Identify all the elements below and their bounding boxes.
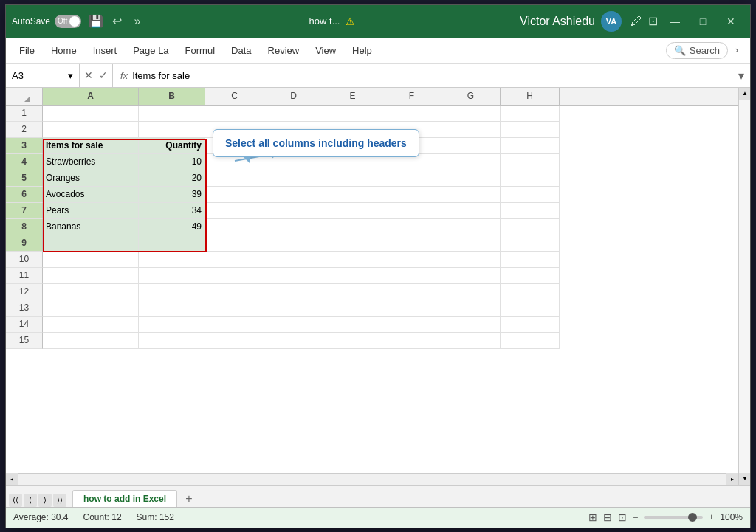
cell-h8[interactable] <box>501 219 560 235</box>
row-header-14[interactable]: 14 <box>6 317 43 333</box>
cell-g4[interactable] <box>441 154 501 170</box>
cell-f10[interactable] <box>382 252 441 268</box>
col-header-f[interactable]: F <box>382 88 441 105</box>
menu-file[interactable]: File <box>12 42 42 59</box>
zoom-minus-icon[interactable]: − <box>633 512 638 522</box>
menu-page-layout[interactable]: Page La <box>126 42 176 59</box>
cell-b11[interactable] <box>139 268 205 284</box>
cell-g6[interactable] <box>441 187 501 203</box>
menu-insert[interactable]: Insert <box>86 42 125 59</box>
cell-f11[interactable] <box>382 268 441 284</box>
col-header-g[interactable]: G <box>441 88 501 105</box>
cell-b14[interactable] <box>139 317 205 333</box>
cell-f15[interactable] <box>382 333 441 349</box>
cell-f13[interactable] <box>382 300 441 317</box>
cell-d6[interactable] <box>264 187 323 203</box>
cell-f6[interactable] <box>382 187 441 203</box>
page-view-icon[interactable]: ⊟ <box>603 511 612 523</box>
cell-d15[interactable] <box>264 333 323 349</box>
cell-g5[interactable] <box>441 170 501 187</box>
page-break-icon[interactable]: ⊡ <box>618 511 627 523</box>
menu-help[interactable]: Help <box>345 42 379 59</box>
row-header-15[interactable]: 15 <box>6 333 43 349</box>
row-header-1[interactable]: 1 <box>6 106 43 122</box>
cell-a3[interactable]: Items for sale <box>43 138 139 154</box>
cell-f7[interactable] <box>382 203 441 219</box>
autosave-toggle[interactable]: Off <box>55 15 81 28</box>
grid-wrapper[interactable]: Select all columns including headers <box>6 106 738 473</box>
cell-c1[interactable] <box>205 106 264 122</box>
sheet-nav-next[interactable]: ⟩ <box>38 494 52 507</box>
row-header-9[interactable]: 9 <box>6 235 43 252</box>
cell-b6[interactable]: 39 <box>139 187 205 203</box>
cell-e8[interactable] <box>323 219 382 235</box>
cell-f8[interactable] <box>382 219 441 235</box>
menu-data[interactable]: Data <box>224 42 258 59</box>
row-header-12[interactable]: 12 <box>6 284 43 300</box>
cell-d9[interactable] <box>264 235 323 252</box>
cell-b1[interactable] <box>139 106 205 122</box>
ribbon-icon[interactable]: 🖊 <box>629 14 644 29</box>
cell-h1[interactable] <box>501 106 560 122</box>
name-box-dropdown[interactable]: ▾ <box>68 70 73 81</box>
row-header-6[interactable]: 6 <box>6 187 43 203</box>
maximize-button[interactable]: □ <box>690 10 716 32</box>
cell-b4[interactable]: 10 <box>139 154 205 170</box>
zoom-slider-thumb[interactable] <box>688 513 697 522</box>
col-header-a[interactable]: A <box>43 88 139 105</box>
search-box[interactable]: 🔍 Search <box>666 42 728 59</box>
sheet-nav-prev[interactable]: ⟨ <box>24 494 37 507</box>
cell-e13[interactable] <box>323 300 382 317</box>
menu-expand-icon[interactable]: › <box>729 43 744 58</box>
scroll-down-button[interactable]: ▼ <box>739 473 750 485</box>
cell-g7[interactable] <box>441 203 501 219</box>
scroll-track-vertical[interactable] <box>739 100 750 473</box>
cell-c6[interactable] <box>205 187 264 203</box>
row-header-3[interactable]: 3 <box>6 138 43 154</box>
cell-f1[interactable] <box>382 106 441 122</box>
cell-a10[interactable] <box>43 252 139 268</box>
cell-b7[interactable]: 34 <box>139 203 205 219</box>
cell-g12[interactable] <box>441 284 501 300</box>
cell-a7[interactable]: Pears <box>43 203 139 219</box>
cell-e7[interactable] <box>323 203 382 219</box>
cell-a1[interactable] <box>43 106 139 122</box>
avatar[interactable]: VA <box>601 11 622 32</box>
cell-e10[interactable] <box>323 252 382 268</box>
cell-d7[interactable] <box>264 203 323 219</box>
row-header-5[interactable]: 5 <box>6 170 43 187</box>
cell-h6[interactable] <box>501 187 560 203</box>
cell-d1[interactable] <box>264 106 323 122</box>
cell-h5[interactable] <box>501 170 560 187</box>
add-sheet-button[interactable]: + <box>180 491 198 507</box>
cell-d10[interactable] <box>264 252 323 268</box>
row-header-7[interactable]: 7 <box>6 203 43 219</box>
cell-h2[interactable] <box>501 122 560 138</box>
cell-h14[interactable] <box>501 317 560 333</box>
cell-a8[interactable]: Bananas <box>43 219 139 235</box>
scroll-up-button[interactable]: ▲ <box>739 88 750 100</box>
cell-e14[interactable] <box>323 317 382 333</box>
row-header-11[interactable]: 11 <box>6 268 43 284</box>
cell-e1[interactable] <box>323 106 382 122</box>
menu-formulas[interactable]: Formul <box>178 42 222 59</box>
horizontal-scrollbar[interactable]: ◂ ▸ <box>6 473 738 485</box>
cell-g14[interactable] <box>441 317 501 333</box>
cell-b9[interactable] <box>139 235 205 252</box>
cell-f9[interactable] <box>382 235 441 252</box>
col-header-c[interactable]: C <box>205 88 264 105</box>
cell-c14[interactable] <box>205 317 264 333</box>
cell-a11[interactable] <box>43 268 139 284</box>
cell-a12[interactable] <box>43 284 139 300</box>
cell-g10[interactable] <box>441 252 501 268</box>
cell-e12[interactable] <box>323 284 382 300</box>
cell-a4[interactable]: Strawberries <box>43 154 139 170</box>
cell-c7[interactable] <box>205 203 264 219</box>
cell-b2[interactable] <box>139 122 205 138</box>
cell-c12[interactable] <box>205 284 264 300</box>
cell-h11[interactable] <box>501 268 560 284</box>
cell-h3[interactable] <box>501 138 560 154</box>
zoom-slider[interactable] <box>644 516 703 519</box>
save-icon[interactable]: 💾 <box>89 14 103 29</box>
more-icon[interactable]: » <box>130 14 145 29</box>
